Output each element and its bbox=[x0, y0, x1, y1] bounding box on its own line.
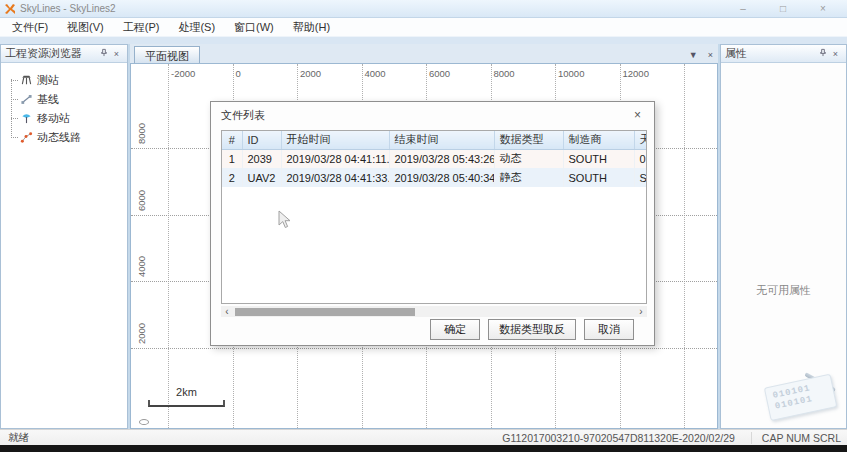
menu-item[interactable]: 窗口(W) bbox=[226, 18, 282, 37]
x-axis-tick-label: 2000 bbox=[300, 68, 321, 79]
tab-plan-view[interactable]: 平面视图 bbox=[134, 46, 200, 63]
scroll-left-icon[interactable]: ‹ bbox=[221, 307, 233, 317]
table-cell: 2039 bbox=[242, 149, 281, 168]
table-cell: SOUTH bbox=[563, 149, 634, 168]
main-area: 工程资源浏览器 × 测站基线移动站动态线路 平面视图 ▼ × -20000200… bbox=[0, 44, 847, 429]
gridline-horizontal bbox=[131, 348, 717, 349]
y-axis-tick-label: 4000 bbox=[136, 256, 147, 277]
tree-item-station[interactable]: 测站 bbox=[1, 71, 127, 90]
status-ready-text: 就绪 bbox=[8, 431, 502, 445]
tree-item-label: 移动站 bbox=[37, 111, 70, 126]
no-properties-text: 无可用属性 bbox=[756, 283, 811, 298]
gridline-vertical bbox=[168, 64, 169, 428]
pin-icon[interactable] bbox=[97, 48, 110, 59]
menu-item[interactable]: 文件(F) bbox=[4, 18, 56, 37]
map-viewport[interactable]: -200002000400060008000100001200080006000… bbox=[130, 63, 718, 429]
menu-item[interactable]: 处理(S) bbox=[170, 18, 223, 37]
table-cell: UAV2 bbox=[242, 168, 281, 187]
tool-strip bbox=[0, 36, 847, 44]
menu-bar: 文件(F)视图(V)工程(P)处理(S)窗口(W)帮助(H) bbox=[0, 18, 847, 36]
tree-item-label: 测站 bbox=[37, 73, 59, 88]
table-cell: SOUTH bbox=[563, 168, 634, 187]
baseline-icon bbox=[20, 93, 37, 107]
table-cell: 2 bbox=[222, 168, 242, 187]
pin-icon[interactable] bbox=[816, 48, 829, 59]
tree-item-route[interactable]: 动态线路 bbox=[1, 128, 127, 147]
watermark-logo: 010101 010101 bbox=[765, 376, 843, 426]
station-icon bbox=[20, 74, 37, 88]
keyboard-state-indicators: CAP NUM SCRL bbox=[751, 432, 841, 444]
x-axis-tick-label: 12000 bbox=[623, 68, 649, 79]
route-icon bbox=[20, 131, 37, 145]
tab-dropdown-icon[interactable]: ▼ bbox=[684, 50, 703, 63]
table-cell: 2019/03/28 05:40:34.000 bbox=[389, 168, 494, 187]
origin-marker-icon bbox=[139, 419, 149, 425]
dialog-buttons: 确定 数据类型取反 取消 bbox=[430, 319, 634, 340]
column-header[interactable]: 数据类型 bbox=[494, 131, 563, 149]
table-cell: 2019/03/28 04:41:11.000 bbox=[281, 149, 389, 168]
dialog-title: 文件列表 bbox=[221, 108, 631, 123]
tree-item-baseline[interactable]: 基线 bbox=[1, 90, 127, 109]
status-bar: 就绪 G112017003210-97020547D811320E-2020/0… bbox=[0, 429, 847, 445]
y-axis-tick-label: 8000 bbox=[136, 123, 147, 144]
project-resource-panel: 工程资源浏览器 × 测站基线移动站动态线路 bbox=[0, 44, 128, 429]
title-bar: SkyLines - SkyLines2 – □ × bbox=[0, 0, 847, 18]
ok-button[interactable]: 确定 bbox=[430, 319, 480, 340]
dialog-title-bar[interactable]: 文件列表 × bbox=[211, 102, 654, 128]
rover-icon bbox=[20, 112, 37, 126]
minimize-button[interactable]: – bbox=[723, 3, 763, 14]
column-header[interactable]: 天 bbox=[634, 131, 647, 149]
license-text: G112017003210-97020547D811320E-2020/02/2… bbox=[502, 432, 735, 444]
y-axis-tick-label: 6000 bbox=[136, 189, 147, 210]
table-row[interactable]: 120392019/03/28 04:41:11.0002019/03/28 0… bbox=[222, 149, 647, 168]
properties-panel-title: 属性 bbox=[725, 46, 816, 61]
y-axis-tick-label: 2000 bbox=[136, 322, 147, 343]
close-button[interactable]: × bbox=[803, 3, 843, 14]
properties-panel-header: 属性 × bbox=[721, 45, 846, 63]
table-cell: 2019/03/28 04:41:33.200 bbox=[281, 168, 389, 187]
window-title: SkyLines - SkyLines2 bbox=[20, 3, 723, 14]
maximize-button[interactable]: □ bbox=[763, 3, 803, 14]
resource-tree: 测站基线移动站动态线路 bbox=[1, 63, 127, 428]
app-window: SkyLines - SkyLines2 – □ × 文件(F)视图(V)工程(… bbox=[0, 0, 847, 452]
x-axis-tick-label: -2000 bbox=[171, 68, 195, 79]
x-axis-tick-label: 4000 bbox=[365, 68, 386, 79]
column-header[interactable]: 结束时间 bbox=[389, 131, 494, 149]
table-cell: S8 bbox=[634, 168, 647, 187]
table-cell: 2019/03/28 05:43:26.000 bbox=[389, 149, 494, 168]
panel-close-icon[interactable]: × bbox=[829, 49, 842, 59]
file-table: #ID开始时间结束时间数据类型制造商天 120392019/03/28 04:4… bbox=[222, 131, 647, 187]
scale-label: 2km bbox=[148, 386, 225, 398]
table-cell: 1 bbox=[222, 149, 242, 168]
scroll-right-icon[interactable]: › bbox=[635, 307, 647, 317]
table-cell: 静态 bbox=[494, 168, 563, 187]
panel-close-icon[interactable]: × bbox=[110, 49, 123, 59]
table-row[interactable]: 2UAV22019/03/28 04:41:33.2002019/03/28 0… bbox=[222, 168, 647, 187]
center-area: 平面视图 ▼ × -200002000400060008000100001200… bbox=[130, 44, 718, 429]
column-header[interactable]: 开始时间 bbox=[281, 131, 389, 149]
table-cell: 0 bbox=[634, 149, 647, 168]
tree-item-rover[interactable]: 移动站 bbox=[1, 109, 127, 128]
properties-panel-body: 无可用属性 010101 010101 bbox=[721, 63, 846, 428]
table-cell: 动态 bbox=[494, 149, 563, 168]
horizontal-scrollbar[interactable]: ‹ › bbox=[221, 306, 647, 317]
scrollbar-thumb[interactable] bbox=[235, 308, 415, 316]
tree-item-label: 动态线路 bbox=[37, 130, 81, 145]
menu-item[interactable]: 工程(P) bbox=[115, 18, 168, 37]
tree-item-label: 基线 bbox=[37, 92, 59, 107]
gridline-vertical bbox=[684, 64, 685, 428]
bottom-black-strip bbox=[0, 445, 847, 452]
tab-bar: 平面视图 ▼ × bbox=[130, 44, 718, 63]
menu-item[interactable]: 帮助(H) bbox=[285, 18, 338, 37]
project-resource-panel-header: 工程资源浏览器 × bbox=[1, 45, 127, 63]
menu-item[interactable]: 视图(V) bbox=[59, 18, 112, 37]
mouse-cursor-icon bbox=[278, 210, 291, 233]
cancel-button[interactable]: 取消 bbox=[584, 319, 634, 340]
dialog-close-icon[interactable]: × bbox=[631, 108, 644, 122]
tab-close-icon[interactable]: × bbox=[703, 50, 718, 63]
column-header[interactable]: 制造商 bbox=[563, 131, 634, 149]
column-header[interactable]: ID bbox=[242, 131, 281, 149]
invert-data-type-button[interactable]: 数据类型取反 bbox=[488, 319, 576, 340]
project-resource-panel-title: 工程资源浏览器 bbox=[5, 46, 97, 61]
column-header[interactable]: # bbox=[222, 131, 242, 149]
